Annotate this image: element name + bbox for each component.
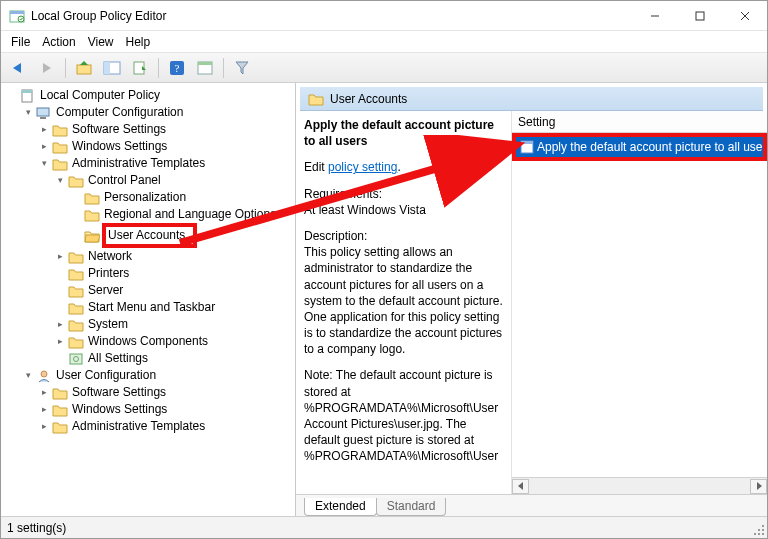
tree-control-panel[interactable]: ▾Control Panel — [55, 172, 295, 189]
tree-label: Regional and Language Options — [102, 206, 278, 223]
policy-root-icon — [20, 88, 36, 104]
svg-rect-23 — [521, 141, 533, 144]
forward-button[interactable] — [35, 56, 59, 80]
console-tree[interactable]: ▶ Local Computer Policy ▾ Computer Confi… — [1, 83, 296, 516]
folder-icon — [84, 208, 100, 222]
tree-all-settings[interactable]: ▸All Settings — [55, 350, 295, 367]
menu-help[interactable]: Help — [126, 35, 151, 49]
tree-label: Computer Configuration — [54, 104, 185, 121]
tree-system[interactable]: ▸System — [55, 316, 295, 333]
folder-icon — [52, 420, 68, 434]
folder-icon — [308, 92, 324, 106]
tree-label: Software Settings — [70, 384, 168, 401]
tree-label: Personalization — [102, 189, 188, 206]
tree-start-menu-taskbar[interactable]: ▸Start Menu and Taskbar — [55, 299, 295, 316]
detail-header: User Accounts — [300, 87, 763, 111]
tree-user-configuration[interactable]: ▾ User Configuration — [23, 367, 295, 384]
up-button[interactable] — [72, 56, 96, 80]
resize-grip[interactable] — [752, 523, 766, 537]
tree-user-accounts[interactable]: ▸User Accounts — [71, 223, 295, 248]
folder-icon — [68, 335, 84, 349]
folder-icon — [68, 267, 84, 281]
tree-label-highlighted: User Accounts — [102, 223, 197, 248]
tree-uc-windows-settings[interactable]: ▸Windows Settings — [39, 401, 295, 418]
column-header-setting[interactable]: Setting — [512, 111, 767, 133]
tree-label: Start Menu and Taskbar — [86, 299, 217, 316]
requirements-value: At least Windows Vista — [304, 202, 503, 218]
help-button[interactable]: ? — [165, 56, 189, 80]
folder-icon — [68, 174, 84, 188]
svg-rect-4 — [696, 12, 704, 20]
svg-rect-28 — [758, 533, 760, 535]
tree-label: Control Panel — [86, 172, 163, 189]
edit-label-suffix: . — [397, 160, 400, 174]
tab-standard[interactable]: Standard — [376, 498, 447, 516]
export-list-button[interactable] — [128, 56, 152, 80]
tree-label: Network — [86, 248, 134, 265]
description-paragraph-1: This policy setting allows an administra… — [304, 244, 503, 357]
detail-pane: User Accounts Apply the default account … — [296, 83, 767, 516]
tree-uc-administrative-templates[interactable]: ▸Administrative Templates — [39, 418, 295, 435]
svg-rect-27 — [754, 533, 756, 535]
status-text: 1 setting(s) — [7, 521, 66, 535]
policy-setting-icon — [520, 140, 534, 154]
back-button[interactable] — [7, 56, 31, 80]
policy-list-pane: Setting Apply the default account pictur… — [511, 111, 767, 494]
svg-rect-25 — [758, 529, 760, 531]
svg-rect-1 — [10, 11, 24, 14]
policy-row-selected[interactable]: Apply the default account picture to all… — [516, 137, 763, 157]
svg-rect-26 — [762, 529, 764, 531]
tree-cc-administrative-templates[interactable]: ▾Administrative Templates — [39, 155, 295, 172]
filter-button[interactable] — [230, 56, 254, 80]
edit-policy-link[interactable]: policy setting — [328, 160, 397, 174]
tree-root[interactable]: ▶ Local Computer Policy — [7, 87, 295, 104]
titlebar: Local Group Policy Editor — [1, 1, 767, 31]
svg-rect-18 — [40, 117, 46, 119]
policy-title: Apply the default account picture to all… — [304, 118, 494, 148]
svg-rect-9 — [104, 62, 110, 74]
horizontal-scrollbar[interactable] — [512, 477, 767, 494]
tree-label: System — [86, 316, 130, 333]
scroll-left-button[interactable] — [512, 479, 529, 494]
minimize-button[interactable] — [632, 1, 677, 30]
properties-button[interactable] — [193, 56, 217, 80]
svg-rect-29 — [762, 533, 764, 535]
scroll-right-button[interactable] — [750, 479, 767, 494]
window-title: Local Group Policy Editor — [31, 9, 166, 23]
menu-action[interactable]: Action — [42, 35, 75, 49]
svg-text:?: ? — [175, 62, 180, 74]
app-icon — [9, 8, 25, 24]
app-window: Local Group Policy Editor File Action Vi… — [0, 0, 768, 539]
computer-icon — [36, 106, 52, 120]
folder-icon — [68, 318, 84, 332]
tree-computer-configuration[interactable]: ▾ Computer Configuration — [23, 104, 295, 121]
edit-label-prefix: Edit — [304, 160, 328, 174]
tree-cc-windows-settings[interactable]: ▸Windows Settings — [39, 138, 295, 155]
tree-printers[interactable]: ▸Printers — [55, 265, 295, 282]
menu-file[interactable]: File — [11, 35, 30, 49]
folder-icon — [52, 157, 68, 171]
show-hide-console-tree-button[interactable] — [100, 56, 124, 80]
tree-network[interactable]: ▸Network — [55, 248, 295, 265]
tree-personalization[interactable]: ▸Personalization — [71, 189, 295, 206]
policy-description-pane: Apply the default account picture to all… — [296, 111, 511, 494]
tree-cc-software-settings[interactable]: ▸Software Settings — [39, 121, 295, 138]
svg-rect-14 — [198, 62, 212, 65]
policy-row-label: Apply the default account picture to all… — [537, 140, 767, 154]
tree-label: Printers — [86, 265, 131, 282]
tree-windows-components[interactable]: ▸Windows Components — [55, 333, 295, 350]
tree-server[interactable]: ▸Server — [55, 282, 295, 299]
user-icon — [36, 369, 52, 383]
requirements-label: Requirements: — [304, 186, 503, 202]
tree-uc-software-settings[interactable]: ▸Software Settings — [39, 384, 295, 401]
folder-icon — [52, 403, 68, 417]
maximize-button[interactable] — [677, 1, 722, 30]
folder-icon — [84, 191, 100, 205]
tree-regional-language-options[interactable]: ▸Regional and Language Options — [71, 206, 295, 223]
tree-label: Windows Settings — [70, 401, 169, 418]
menu-view[interactable]: View — [88, 35, 114, 49]
tab-extended[interactable]: Extended — [304, 498, 377, 516]
svg-rect-7 — [77, 65, 91, 74]
folder-icon — [52, 386, 68, 400]
close-button[interactable] — [722, 1, 767, 30]
